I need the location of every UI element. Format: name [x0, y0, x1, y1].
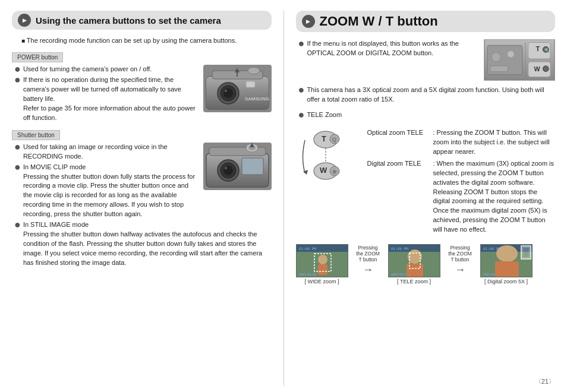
camera-top-svg: SAMSUNG: [203, 65, 272, 112]
svg-text:⊕: ⊕: [332, 169, 337, 175]
tele-zoom-header: ● TELE Zoom: [296, 110, 556, 120]
zoom-tw-diagram: T Q W ⊕: [296, 128, 355, 182]
power-item-2: ● If there is no operation during the sp…: [12, 75, 199, 123]
svg-text:T: T: [536, 45, 540, 52]
svg-text:Q: Q: [332, 137, 336, 143]
tele-section: T Q W ⊕ Optical zoom TELE: [296, 128, 556, 237]
svg-rect-50: [318, 264, 327, 275]
shutter-item-3-text: In STILL IMAGE modePressing the shutter …: [23, 220, 272, 268]
digital-zoom-svg: 01:06 PM 2007/01/01: [481, 245, 533, 277]
bullet-dot: ●: [14, 162, 21, 172]
svg-text:2007/01/01: 2007/01/01: [299, 273, 317, 276]
right-intro-2: This camera has a 3X optical zoom and a …: [307, 86, 555, 105]
shutter-item-2: ● In MOVIE CLIP modePressing the shutter…: [12, 163, 199, 220]
right-intro-1: If the menu is not displayed, this butto…: [307, 39, 479, 58]
page-number: 〈21〉: [535, 377, 555, 386]
zoom-arrow-2: →: [455, 264, 465, 276]
tele-zoom-label: TELE Zoom: [307, 110, 342, 120]
tele-zoom-img-label: [ TELE zoom ]: [397, 279, 431, 284]
wide-zoom-example: 01:06 PM 2007/01/01 [ WIDE zoom ]: [296, 244, 348, 284]
svg-point-19: [225, 167, 227, 169]
left-column: Using the camera buttons to set the came…: [12, 11, 272, 386]
digital-zoom-example: 01:06 PM 2007/01/01 [ Digital zoom 5X ]: [480, 244, 533, 284]
svg-point-32: [492, 52, 501, 62]
digital-zoom-label: [ Digital zoom 5X ]: [484, 279, 528, 284]
digital-tele-def: : When the maximum (3X) optical zoom is …: [433, 159, 556, 235]
svg-rect-34: [490, 66, 508, 72]
camera-shutter-svg: [203, 143, 272, 190]
shutter-text: ● Used for taking an image or recording …: [12, 143, 199, 221]
power-content-row: ● Used for turning the camera's power on…: [12, 65, 272, 124]
shutter-camera-image: [203, 143, 272, 190]
svg-text:T: T: [322, 134, 326, 143]
bullet-dot: ●: [14, 219, 21, 230]
shutter-button-section: Shutter button ● Used for taking an imag…: [12, 129, 272, 269]
right-column: ZOOM W / T button ● If the menu is not d…: [284, 11, 556, 386]
tele-zoom-image: 01:06 PM 2007/01/01: [388, 244, 440, 277]
power-item-1-text: Used for turning the camera's power on /…: [23, 65, 152, 74]
tele-left-col: T Q W ⊕: [296, 128, 361, 237]
shutter-item-2-text: In MOVIE CLIP modePressing the shutter b…: [23, 163, 199, 220]
svg-text:🔍: 🔍: [544, 48, 550, 53]
wide-zoom-label: [ WIDE zoom ]: [304, 279, 339, 284]
power-camera-image: SAMSUNG: [203, 65, 272, 112]
tele-zoom-example: 01:06 PM 2007/01/01 [ TELE zoom ]: [388, 244, 440, 284]
optical-tele-def: : Pressing the ZOOM T button. This will …: [433, 128, 556, 157]
svg-point-18: [223, 166, 233, 175]
svg-rect-20: [242, 158, 263, 175]
wide-zoom-svg: 01:06 PM 2007/01/01: [297, 245, 348, 277]
left-intro: The recording mode function can be set u…: [12, 37, 272, 44]
svg-text:W: W: [320, 166, 327, 175]
optical-tele-row: Optical zoom TELE : Pressing the ZOOM T …: [367, 128, 556, 157]
optical-tele-term: Optical zoom TELE: [367, 128, 430, 157]
svg-point-8: [248, 67, 260, 74]
svg-point-4: [223, 88, 233, 98]
svg-point-63: [496, 245, 518, 262]
digital-zoom-image: 01:06 PM 2007/01/01: [480, 244, 533, 277]
bullet-dot: ●: [14, 64, 21, 74]
bullet-dot: ●: [298, 84, 305, 95]
bullet-dot: ●: [298, 109, 305, 120]
zoom-top-svg: T 🔍 W: [484, 39, 555, 81]
svg-text:2007/01/01: 2007/01/01: [391, 273, 409, 276]
right-intro-2-bullet: ● This camera has a 3X optical zoom and …: [296, 86, 556, 105]
svg-point-33: [507, 50, 514, 58]
power-text: ● Used for turning the camera's power on…: [12, 65, 199, 124]
power-button-label: POWER button: [12, 52, 63, 62]
svg-point-29: [543, 66, 549, 72]
shutter-item-1-text: Used for taking an image or recording vo…: [23, 143, 199, 162]
shutter-item-1: ● Used for taking an image or recording …: [12, 143, 199, 162]
right-header-bullet: [302, 15, 315, 28]
digital-tele-term: Digital zoom TELE: [367, 159, 430, 235]
left-header-bullet: [18, 14, 31, 27]
svg-marker-10: [235, 68, 240, 72]
left-section-title: Using the camera buttons to set the came…: [36, 15, 221, 26]
power-button-section: POWER button ● Used for turning the came…: [12, 51, 272, 124]
right-intro-text: ● If the menu is not displayed, this but…: [296, 39, 480, 81]
svg-rect-66: [522, 247, 530, 258]
svg-text:01:06 PM: 01:06 PM: [391, 246, 408, 251]
svg-rect-64: [495, 261, 519, 277]
pressing-group-2: Pressingthe ZOOMT button →: [444, 245, 477, 284]
svg-text:SAMSUNG: SAMSUNG: [245, 96, 269, 102]
zoom-examples-row: 01:06 PM 2007/01/01 [ WIDE zoom ] Pressi…: [296, 244, 556, 284]
pressing-label-2: Pressingthe ZOOMT button: [444, 245, 477, 263]
shutter-content-row: ● Used for taking an image or recording …: [12, 143, 272, 221]
power-item-1: ● Used for turning the camera's power on…: [12, 65, 199, 74]
tele-right-col: Optical zoom TELE : Pressing the ZOOM T …: [367, 128, 556, 237]
right-intro-row: ● If the menu is not displayed, this but…: [296, 39, 556, 81]
svg-rect-6: [246, 81, 255, 87]
pressing-group-1: Pressingthe ZOOMT button →: [352, 245, 385, 284]
bullet-dot: ●: [298, 38, 305, 49]
left-section-header: Using the camera buttons to set the came…: [12, 11, 272, 30]
pressing-label-1: Pressingthe ZOOMT button: [352, 245, 385, 263]
zoom-button-top-image: T 🔍 W: [484, 39, 555, 81]
shutter-button-label: Shutter button: [12, 130, 60, 140]
power-item-2-text: If there is no operation during the spec…: [23, 75, 199, 123]
right-section-title: ZOOM W / T button: [320, 14, 438, 29]
right-section-header: ZOOM W / T button: [296, 11, 556, 32]
shutter-item-3: ● In STILL IMAGE modePressing the shutte…: [12, 220, 272, 268]
svg-point-5: [225, 90, 227, 92]
zoom-arrow-1: →: [363, 264, 373, 276]
svg-point-49: [318, 255, 327, 264]
